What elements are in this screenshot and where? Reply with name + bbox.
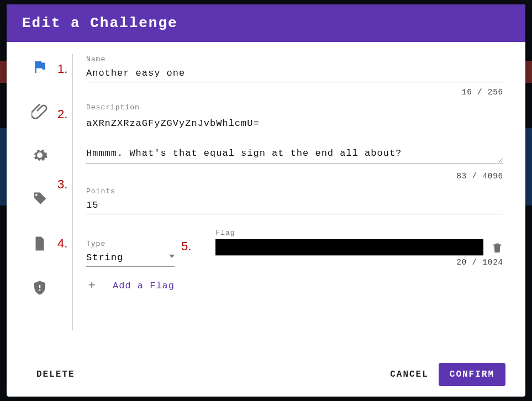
sidebar-tabs: 1. 2. 3. 4. xyxy=(7,42,73,358)
description-field: Description xyxy=(86,103,503,166)
type-selected: String xyxy=(86,252,123,263)
name-label: Name xyxy=(86,55,503,64)
form-content: Name 16 / 256 Description 83 / 4096 Poin… xyxy=(73,42,525,358)
points-input[interactable] xyxy=(86,198,503,214)
flag-icon[interactable] xyxy=(31,59,48,75)
modal-header: Edit a Challenge xyxy=(7,4,525,42)
points-label: Points xyxy=(86,187,503,196)
annotation-1: 1. xyxy=(57,62,67,76)
document-icon[interactable] xyxy=(31,235,48,252)
annotation-5: 5. xyxy=(181,239,191,254)
description-counter: 83 / 4096 xyxy=(86,172,503,181)
name-input[interactable] xyxy=(86,66,503,82)
type-label: Type xyxy=(86,240,175,248)
name-counter: 16 / 256 xyxy=(86,88,503,97)
type-field: Type String xyxy=(86,240,175,267)
name-field: Name xyxy=(86,55,503,82)
annotation-2: 2. xyxy=(57,107,67,122)
flag-field: Flag 20 / 1024 xyxy=(215,229,503,267)
plus-icon: + xyxy=(86,279,97,293)
type-select[interactable]: String xyxy=(86,250,175,267)
modal-footer: DELETE CANCEL CONFIRM xyxy=(7,358,525,397)
add-flag-button[interactable]: + Add a Flag xyxy=(86,279,175,293)
description-input[interactable] xyxy=(86,114,503,163)
modal-body: 1. 2. 3. 4. Name 16 / 256 Description 83… xyxy=(7,42,525,358)
shield-icon[interactable] xyxy=(31,279,48,296)
annotation-3: 3. xyxy=(57,177,67,192)
flag-row: Type String 5. Flag 20 / 1024 xyxy=(86,229,503,267)
flag-input[interactable] xyxy=(215,239,483,256)
modal-title: Edit a Challenge xyxy=(22,15,178,31)
annotation-4: 4. xyxy=(57,236,67,251)
edit-challenge-modal: Edit a Challenge 1. 2. xyxy=(7,4,525,397)
description-label: Description xyxy=(86,103,503,112)
delete-button[interactable]: DELETE xyxy=(27,363,85,386)
confirm-button[interactable]: CONFIRM xyxy=(439,363,505,386)
points-field: Points xyxy=(86,187,503,214)
attachment-icon[interactable] xyxy=(31,103,48,119)
tag-icon[interactable] xyxy=(31,191,48,208)
flag-label: Flag xyxy=(215,229,503,237)
chevron-down-icon xyxy=(169,255,175,258)
cancel-button[interactable]: CANCEL xyxy=(380,363,439,386)
trash-icon[interactable] xyxy=(491,241,503,256)
gear-icon[interactable] xyxy=(31,147,48,163)
flag-counter: 20 / 1024 xyxy=(215,258,503,267)
add-flag-label: Add a Flag xyxy=(113,281,175,291)
